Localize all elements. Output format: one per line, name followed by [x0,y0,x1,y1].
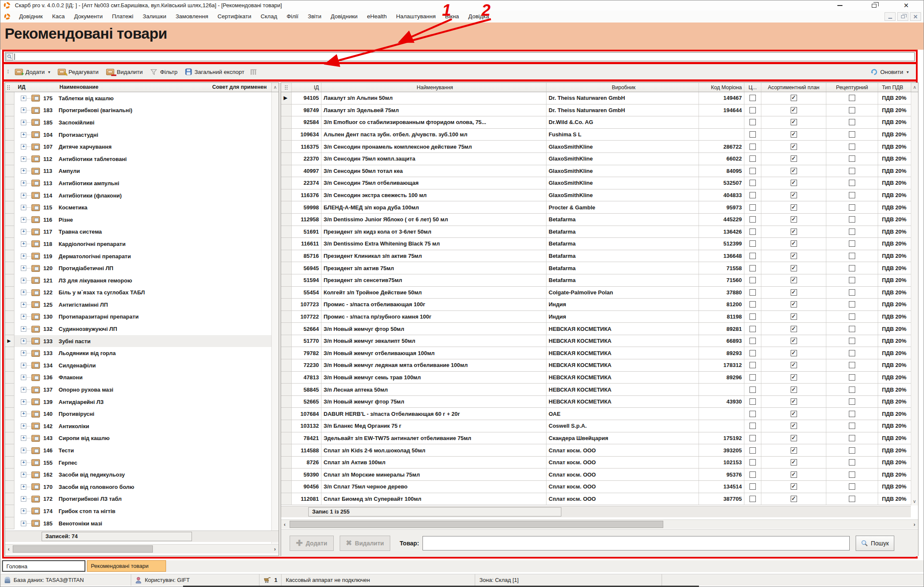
cell-recipe-checkbox[interactable] [826,359,878,371]
cell-assortment-checkbox[interactable] [761,129,826,141]
cell-recipe-checkbox[interactable] [826,396,878,408]
recipe-checkbox-unchecked[interactable] [849,265,855,271]
recipe-checkbox-unchecked[interactable] [849,301,855,308]
export-button[interactable]: Загальний експорт [181,65,248,78]
tree-expander-icon[interactable] [21,460,26,466]
cell-recipe-checkbox[interactable] [826,262,878,274]
cell-c-checkbox[interactable] [744,214,761,226]
tree-row[interactable]: 139 Антидіарейні ЛЗ [5,396,271,408]
tree-expander-icon[interactable] [21,205,26,210]
tree-row[interactable]: 119 Дерматологічні препарати [5,250,271,262]
tree-expander-icon[interactable] [21,521,26,526]
cell-c-checkbox[interactable] [744,129,761,141]
recipe-checkbox-unchecked[interactable] [849,229,855,235]
c-checkbox-unchecked[interactable] [749,447,756,454]
cell-assortment-checkbox[interactable] [761,141,826,152]
product-input[interactable] [423,536,850,550]
cell-assortment-checkbox[interactable] [761,250,826,262]
table-row[interactable]: 55454 Колгейт з/п Тройное Действие 50мл … [281,287,911,299]
menu-item[interactable]: Налаштування [392,11,440,23]
cell-c-checkbox[interactable] [744,201,761,213]
tree-row[interactable]: 120 Протидіабетичні ЛП [5,262,271,274]
cell-recipe-checkbox[interactable] [826,299,878,310]
assortment-checkbox-checked[interactable] [791,387,797,393]
tree-row[interactable]: 174 Грибок стоп та нігтів [5,505,271,517]
menu-item[interactable]: Звіти [303,11,326,23]
tree-row[interactable]: 175 Таблетки від кашлю [5,92,271,104]
table-row[interactable]: 116375 З/п Сенсодин пронамель комплексно… [281,141,911,153]
cell-assortment-checkbox[interactable] [761,323,826,335]
quick-search-input[interactable] [5,52,915,61]
cell-c-checkbox[interactable] [744,311,761,323]
recipe-checkbox-unchecked[interactable] [849,447,855,454]
cell-c-checkbox[interactable] [744,323,761,335]
tree-expander-icon[interactable] [21,254,26,259]
c-checkbox-unchecked[interactable] [749,313,756,320]
refresh-button[interactable]: Оновити ▾ [867,65,913,78]
table-col-id[interactable]: ІД [292,83,321,92]
cell-c-checkbox[interactable] [744,335,761,347]
recipe-checkbox-unchecked[interactable] [849,350,855,356]
tree-row[interactable]: 155 Герпес [5,457,271,469]
table-col-assortment[interactable]: Асортиментний план [761,83,826,92]
cell-recipe-checkbox[interactable] [826,444,878,456]
table-row[interactable]: 47813 З/п Новый жемчуг семь трав 100мл Н… [281,372,911,384]
cell-recipe-checkbox[interactable] [826,347,878,359]
table-row[interactable]: 85716 Президент Клиникал з/п актив 75мл … [281,250,911,262]
cell-c-checkbox[interactable] [744,420,761,432]
cell-c-checkbox[interactable] [744,165,761,177]
tree-expander-icon[interactable] [21,387,26,392]
tree-expander-icon[interactable] [21,411,26,417]
cell-c-checkbox[interactable] [744,493,761,505]
tree-expander-icon[interactable] [21,265,26,271]
recipe-checkbox-unchecked[interactable] [849,144,855,150]
cell-c-checkbox[interactable] [744,481,761,493]
tree-row[interactable]: 113 Ампули [5,165,271,178]
cell-c-checkbox[interactable] [744,457,761,468]
cell-recipe-checkbox[interactable] [826,468,878,480]
table-row[interactable]: 90456 З/п Сплат 75мл черное дерево Сплат… [281,481,911,493]
tree-row[interactable]: 133 Льодяники від горла [5,347,271,359]
recipe-checkbox-unchecked[interactable] [849,326,855,332]
mdi-minimize-button[interactable] [885,12,896,21]
recipe-checkbox-unchecked[interactable] [849,119,855,125]
tree-row[interactable]: 125 Антигістамінні ЛП [5,299,271,311]
edit-button[interactable]: ✎ Редагувати [54,65,102,78]
c-checkbox-unchecked[interactable] [749,289,756,296]
cell-recipe-checkbox[interactable] [826,420,878,432]
cell-c-checkbox[interactable] [744,189,761,201]
assortment-checkbox-checked[interactable] [791,398,797,405]
recipe-checkbox-unchecked[interactable] [849,240,855,247]
c-checkbox-unchecked[interactable] [749,471,756,478]
filter-button[interactable]: Фільтр [146,65,181,78]
table-scroll-up-icon[interactable]: ∧ [911,83,918,92]
assortment-checkbox-checked[interactable] [791,301,797,308]
table-row[interactable]: 22370 З/п Сенсодин 75мл компл.защита Gla… [281,153,911,165]
c-checkbox-unchecked[interactable] [749,253,756,259]
tree-col-advice[interactable]: Совет для применен [212,84,267,90]
tree-expander-icon[interactable] [21,472,26,477]
table-row[interactable]: 107684 DABUR HERB'L - з/паста Отбеливающ… [281,408,911,420]
cell-recipe-checkbox[interactable] [826,189,878,201]
tree-scroll-left-icon[interactable] [5,545,12,554]
tree-col-id[interactable]: ИД [18,84,25,90]
recipe-checkbox-unchecked[interactable] [849,398,855,405]
tree-row[interactable]: 137 Опорно рухова мазі [5,384,271,396]
table-row[interactable]: 114588 Сплат з/п Kids 2-6 мол.шоколад 50… [281,444,911,457]
tree-expander-icon[interactable] [21,302,26,308]
cell-assortment-checkbox[interactable] [761,481,826,493]
table-col-morion-code[interactable]: Код Моріона [699,83,744,92]
cell-assortment-checkbox[interactable] [761,444,826,456]
tree-row[interactable]: 185 Венотоніки мазі [5,517,271,530]
cell-c-checkbox[interactable] [744,262,761,274]
recipe-checkbox-unchecked[interactable] [849,423,855,429]
cell-recipe-checkbox[interactable] [826,129,878,141]
assortment-checkbox-checked[interactable] [791,313,797,320]
minimize-button[interactable] [834,1,846,10]
cell-assortment-checkbox[interactable] [761,287,826,299]
columns-grid-icon[interactable] [251,69,256,75]
recipe-checkbox-unchecked[interactable] [849,435,855,441]
assortment-checkbox-checked[interactable] [791,229,797,235]
table-row[interactable]: 51594 Президент з/п сенсетив75мл Betafar… [281,274,911,287]
tab-recommended-active[interactable]: Рекомендовані товари [87,560,166,572]
